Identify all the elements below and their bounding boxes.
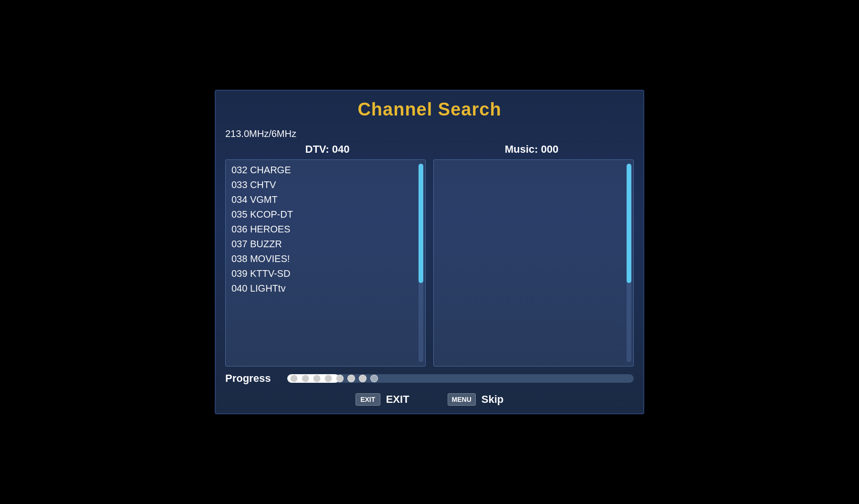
progress-dot xyxy=(370,375,378,382)
skip-btn-group[interactable]: MENU Skip xyxy=(448,393,504,406)
list-item: 035 KCOP-DT xyxy=(231,208,416,221)
progress-row: Progress xyxy=(216,367,643,388)
lists-row: 032 CHARGE033 CHTV034 VGMT035 KCOP-DT036… xyxy=(216,159,643,367)
music-channel-list xyxy=(433,159,634,367)
music-scrollbar-thumb xyxy=(627,164,631,283)
progress-bar xyxy=(287,374,634,383)
progress-dot xyxy=(325,375,332,382)
buttons-row: EXIT EXIT MENU Skip xyxy=(216,388,643,413)
list-item: 036 HEROES xyxy=(231,223,416,236)
progress-dot xyxy=(302,375,309,382)
menu-key: MENU xyxy=(448,393,476,406)
list-item: 032 CHARGE xyxy=(231,164,416,177)
list-item: 033 CHTV xyxy=(231,178,416,191)
list-item: 039 KTTV-SD xyxy=(231,267,416,280)
screen-title: Channel Search xyxy=(357,99,501,119)
progress-dot xyxy=(359,375,367,382)
frequency-display: 213.0MHz/6MHz xyxy=(216,126,643,143)
music-scrollbar xyxy=(627,164,631,362)
counts-row: DTV: 040 Music: 000 xyxy=(216,143,643,156)
progress-dot xyxy=(313,375,321,382)
progress-label: Progress xyxy=(225,372,278,385)
dtv-scrollbar xyxy=(419,164,423,362)
progress-dot xyxy=(336,375,344,382)
exit-label[interactable]: EXIT xyxy=(386,393,409,406)
list-item: 034 VGMT xyxy=(231,193,416,206)
skip-label[interactable]: Skip xyxy=(482,393,503,406)
dtv-channel-list: 032 CHARGE033 CHTV034 VGMT035 KCOP-DT036… xyxy=(225,159,426,367)
title-bar: Channel Search xyxy=(216,91,643,126)
music-channel-items xyxy=(440,164,624,362)
list-item: 038 MOVIES! xyxy=(231,252,416,265)
dtv-channel-items: 032 CHARGE033 CHTV034 VGMT035 KCOP-DT036… xyxy=(231,164,416,362)
music-count: Music: 000 xyxy=(430,143,634,156)
progress-dot xyxy=(347,375,355,382)
dtv-scrollbar-thumb xyxy=(419,164,423,283)
list-item: 040 LIGHTtv xyxy=(231,282,416,295)
exit-key: EXIT xyxy=(356,393,380,406)
channel-search-screen: Channel Search 213.0MHz/6MHz DTV: 040 Mu… xyxy=(215,90,644,414)
dtv-count: DTV: 040 xyxy=(225,143,430,156)
exit-btn-group[interactable]: EXIT EXIT xyxy=(356,393,409,406)
progress-dot xyxy=(290,375,298,382)
progress-dots xyxy=(290,375,378,382)
list-item: 037 BUZZR xyxy=(231,238,416,251)
